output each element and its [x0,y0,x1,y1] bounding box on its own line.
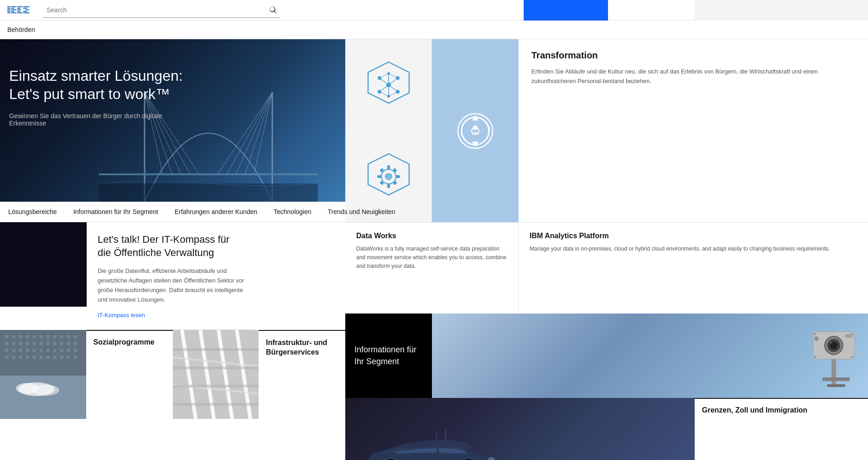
svg-point-66 [5,355,9,359]
grenzen-title: Grenzen, Zoll und Immigration [702,406,861,414]
infrastruktur-image [173,330,259,419]
svg-point-136 [814,336,819,341]
nav-loesungsbereiche[interactable]: Lösungsbereiche [0,202,65,222]
right-section: Transformation Erfinden Sie Abläufe und … [345,39,868,460]
svg-rect-19 [23,12,29,13]
svg-point-51 [53,342,57,345]
grenzen-card: Grenzen, Zoll und Immigration [695,398,868,460]
svg-rect-3 [7,11,10,12]
it-kompass-dark-bg [0,222,87,307]
analytics-text: IBM Analytics Platform Manage your data … [519,223,841,314]
svg-point-57 [19,349,22,352]
svg-point-49 [39,342,43,345]
search-bar[interactable] [43,3,280,18]
it-kompass-link[interactable]: IT-Kompass lesen [98,312,244,319]
svg-rect-10 [17,6,23,7]
svg-point-71 [39,355,43,359]
svg-rect-14 [17,12,23,13]
bottom-right-section: Grenzen, Zoll und Immigration [345,398,868,460]
top-right-area: Transformation Erfinden Sie Abläufe und … [345,39,868,222]
nav-erfahrungen[interactable]: Erfahrungen anderer Kunden [166,202,265,222]
transformation-title: Transformation [531,50,855,61]
svg-point-43 [73,335,77,339]
svg-rect-88 [173,348,259,351]
analytics-icon [359,147,418,206]
svg-point-138 [851,333,853,335]
svg-point-68 [19,355,22,359]
infrastruktur-card: Infrastruktur- und Bürgerservices [259,330,345,419]
header-blue-accent [524,0,608,21]
svg-point-46 [19,342,22,345]
it-kompass-description: Die große Datenflut, effiziente Arbeitsa… [98,267,244,304]
svg-point-63 [60,349,63,352]
svg-point-33 [5,335,9,339]
svg-rect-8 [11,11,14,12]
svg-rect-13 [17,11,21,12]
svg-point-67 [12,355,16,359]
svg-point-131 [830,341,832,344]
svg-line-30 [218,92,272,174]
svg-point-70 [32,355,36,359]
svg-point-80 [32,385,59,396]
nav-informationen[interactable]: Informationen für Ihr Segment [65,202,166,222]
nav-trends[interactable]: Trends und Neuigkeiten [320,202,404,222]
svg-rect-0 [7,6,10,7]
svg-line-106 [379,73,389,78]
transformation-description: Erfinden Sie Abläufe und die Kultur neu,… [531,67,855,86]
svg-rect-77 [0,376,86,419]
ibm-logo[interactable] [7,5,30,15]
svg-point-139 [815,356,816,358]
svg-line-109 [389,92,398,96]
svg-point-39 [46,335,50,339]
product-icons-strip [345,39,432,222]
dataworks-title: Data Works [356,232,507,240]
hero-image: Einsatz smarter Lösungen: Let's put smar… [0,39,345,202]
svg-point-50 [46,342,50,345]
svg-point-60 [39,349,43,352]
svg-rect-113 [387,165,390,170]
svg-rect-12 [17,9,21,10]
svg-rect-91 [173,403,259,406]
svg-point-73 [53,355,57,359]
hero-subtitle: Gewinnen Sie das Vertrauen der Bürger du… [9,112,201,127]
svg-point-140 [851,356,853,358]
svg-point-40 [53,335,57,339]
nav-bar: Lösungsbereiche Informationen für Ihr Se… [0,202,345,222]
svg-rect-31 [99,183,318,202]
svg-point-53 [67,342,70,345]
sozialprogramme-title: Sozialprogramme [94,338,166,346]
svg-point-45 [12,342,16,345]
analytics-description: Manage your data in on-premises, cloud o… [530,245,830,253]
svg-line-103 [389,85,398,92]
breadcrumb: Behörden [0,21,868,39]
dataworks-icon [359,55,418,115]
svg-line-100 [379,78,389,85]
svg-rect-16 [23,8,27,9]
nav-technologien[interactable]: Technologien [265,202,320,222]
svg-point-47 [26,342,29,345]
svg-rect-9 [11,12,16,13]
svg-rect-2 [7,9,10,10]
svg-rect-15 [23,6,29,7]
search-button[interactable] [266,3,280,17]
dataworks-description: DataWorks is a fully managed self-servic… [356,245,507,271]
search-input[interactable] [43,5,266,16]
svg-rect-17 [26,9,29,10]
svg-point-48 [32,342,36,345]
sozialprogramme-image [0,330,86,419]
svg-point-62 [53,349,57,352]
svg-line-26 [254,92,272,174]
svg-rect-118 [393,181,397,185]
svg-point-74 [60,355,63,359]
informationen-dark-block: Informationen für Ihr Segment [345,314,432,398]
middle-cards-row: Data Works DataWorks is a fully managed … [345,222,868,314]
svg-point-52 [60,342,63,345]
hero-title: Einsatz smarter Lösungen: Let's put smar… [9,67,201,103]
svg-rect-115 [377,175,382,178]
svg-rect-132 [832,359,836,387]
camera-image-block [432,314,868,398]
svg-point-147 [488,457,495,460]
svg-line-27 [245,92,272,174]
svg-line-101 [389,78,398,85]
it-kompass-title: Let's talk! Der IT-Kompass für die Öffen… [98,233,244,259]
